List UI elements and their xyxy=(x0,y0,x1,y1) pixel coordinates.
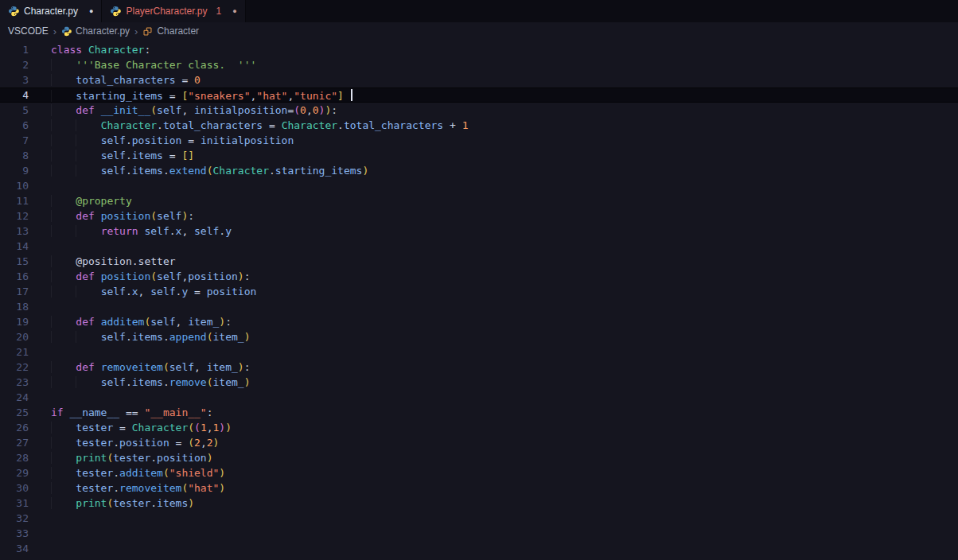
code-token xyxy=(95,270,101,282)
line-number[interactable]: 16 xyxy=(0,269,29,284)
code-line[interactable]: 8 self.items = [] xyxy=(0,148,958,163)
code-line[interactable]: 9 self.items.extend(Character.starting_i… xyxy=(0,163,958,178)
line-number[interactable]: 24 xyxy=(0,390,29,405)
line-number[interactable]: 21 xyxy=(0,344,29,360)
code-token: : xyxy=(188,210,194,222)
line-number[interactable]: 9 xyxy=(0,163,29,178)
line-number[interactable]: 22 xyxy=(0,360,29,375)
code-line[interactable]: 7 self.position = initialposition xyxy=(0,133,958,148)
line-number[interactable]: 20 xyxy=(0,329,29,344)
code-line[interactable]: 20 self.items.append(item_) xyxy=(0,329,958,344)
editor[interactable]: 1class Character:2 '''Base Character cla… xyxy=(0,40,958,556)
tab-character-py[interactable]: Character.py ● xyxy=(0,0,102,22)
line-number[interactable]: 8 xyxy=(0,148,29,163)
code-text: def additem(self, item_): xyxy=(29,314,232,329)
line-number[interactable]: 12 xyxy=(0,208,29,224)
breadcrumb-root[interactable]: VSCODE xyxy=(8,25,49,37)
indent-guide xyxy=(51,74,76,86)
code-line[interactable]: 30 tester.removeitem("hat") xyxy=(0,480,958,496)
line-number[interactable]: 3 xyxy=(0,72,29,88)
line-number[interactable]: 26 xyxy=(0,420,29,435)
line-number[interactable]: 10 xyxy=(0,178,29,193)
code-token: = xyxy=(169,90,176,102)
code-token xyxy=(263,119,269,131)
code-token xyxy=(201,361,207,373)
tab-playercharacter-py[interactable]: PlayerCharacter.py 1 ● xyxy=(102,0,245,22)
line-number[interactable]: 14 xyxy=(0,239,29,254)
code-line[interactable]: 34 xyxy=(0,541,958,556)
editor-lines[interactable]: 1class Character:2 '''Base Character cla… xyxy=(0,42,958,556)
code-line[interactable]: 28 print(tester.position) xyxy=(0,450,958,465)
line-number[interactable]: 30 xyxy=(0,480,29,496)
code-token: = xyxy=(169,150,176,161)
line-number[interactable]: 18 xyxy=(0,299,29,314)
code-line[interactable]: 1class Character: xyxy=(0,42,958,57)
code-token: ) xyxy=(207,452,213,464)
code-token xyxy=(201,286,207,298)
line-number[interactable]: 7 xyxy=(0,133,29,148)
code-token: return xyxy=(101,225,138,237)
code-line[interactable]: 23 self.items.remove(item_) xyxy=(0,375,958,390)
code-token: self xyxy=(101,376,126,388)
code-line[interactable]: 14 xyxy=(0,239,958,254)
code-line[interactable]: 3 total_characters = 0 xyxy=(0,72,958,88)
modified-dot-icon[interactable]: ● xyxy=(232,8,236,15)
code-token: items xyxy=(132,165,163,177)
code-line[interactable]: 24 xyxy=(0,390,958,405)
indent-guide xyxy=(51,482,76,494)
line-number[interactable]: 28 xyxy=(0,450,29,465)
code-line[interactable]: 22 def removeitem(self, item_): xyxy=(0,360,958,375)
code-line[interactable]: 25if __name__ == "__main__": xyxy=(0,405,958,420)
code-line[interactable]: 32 xyxy=(0,511,958,526)
code-line[interactable]: 6 Character.total_characters = Character… xyxy=(0,118,958,133)
line-number[interactable]: 23 xyxy=(0,375,29,390)
line-number[interactable]: 4 xyxy=(0,88,29,103)
line-number[interactable]: 19 xyxy=(0,314,29,329)
code-token: ( xyxy=(150,104,157,116)
line-number[interactable]: 33 xyxy=(0,526,29,541)
code-line[interactable]: 17 self.x, self.y = position xyxy=(0,284,958,299)
line-number[interactable]: 34 xyxy=(0,541,29,556)
code-line[interactable]: 21 xyxy=(0,344,958,360)
line-number[interactable]: 27 xyxy=(0,435,29,450)
line-number[interactable]: 32 xyxy=(0,511,29,526)
code-token xyxy=(194,134,201,146)
code-token xyxy=(188,286,194,298)
code-line[interactable]: 12 def position(self): xyxy=(0,208,958,224)
code-token: initialposition xyxy=(194,104,287,116)
code-token: self xyxy=(101,150,126,161)
line-number[interactable]: 6 xyxy=(0,118,29,133)
code-line[interactable]: 26 tester = Character((1,1)) xyxy=(0,420,958,435)
code-line[interactable]: 29 tester.additem("shield") xyxy=(0,465,958,480)
code-text: '''Base Character class. ''' xyxy=(29,57,256,72)
code-line[interactable]: 13 return self.x, self.y xyxy=(0,224,958,239)
breadcrumb-symbol[interactable]: Character xyxy=(157,25,199,37)
line-number[interactable]: 15 xyxy=(0,254,29,269)
code-token: ( xyxy=(207,376,213,388)
code-line[interactable]: 10 xyxy=(0,178,958,193)
code-line[interactable]: 2 '''Base Character class. ''' xyxy=(0,57,958,72)
code-line[interactable]: 15 @position.setter xyxy=(0,254,958,269)
line-number[interactable]: 13 xyxy=(0,224,29,239)
line-number[interactable]: 29 xyxy=(0,465,29,480)
line-number[interactable]: 2 xyxy=(0,57,29,72)
line-number[interactable]: 17 xyxy=(0,284,29,299)
code-line[interactable]: 19 def additem(self, item_): xyxy=(0,314,958,329)
code-line[interactable]: 16 def position(self,position): xyxy=(0,269,958,284)
code-line[interactable]: 11 @property xyxy=(0,193,958,208)
code-line[interactable]: 31 print(tester.items) xyxy=(0,496,958,511)
code-line[interactable]: 5 def __init__(self, initialposition=(0,… xyxy=(0,103,958,118)
code-line[interactable]: 33 xyxy=(0,526,958,541)
breadcrumb-file[interactable]: Character.py xyxy=(76,25,130,37)
code-line[interactable]: 4 starting_items = ["sneakers","hat","tu… xyxy=(0,88,958,103)
line-number[interactable]: 1 xyxy=(0,42,29,57)
code-line[interactable]: 27 tester.position = (2,2) xyxy=(0,435,958,450)
line-number[interactable]: 25 xyxy=(0,405,29,420)
code-token: . xyxy=(126,165,132,177)
line-number[interactable]: 11 xyxy=(0,193,29,208)
code-token: item_ xyxy=(207,361,238,373)
modified-dot-icon[interactable]: ● xyxy=(89,8,93,15)
line-number[interactable]: 31 xyxy=(0,496,29,511)
code-line[interactable]: 18 xyxy=(0,299,958,314)
line-number[interactable]: 5 xyxy=(0,103,29,118)
